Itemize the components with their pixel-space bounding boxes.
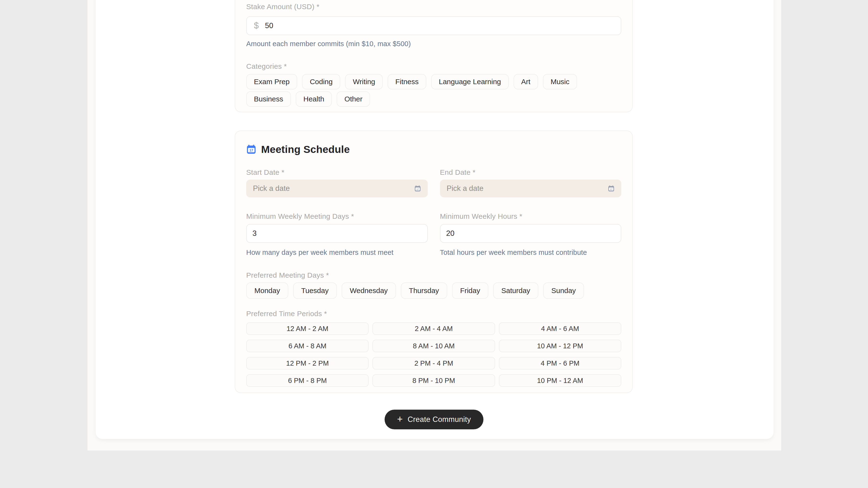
start-date-label: Start Date * <box>246 168 428 177</box>
category-chip-business[interactable]: Business <box>246 91 291 107</box>
day-chip-thursday[interactable]: Thursday <box>401 283 447 299</box>
day-chip-sunday[interactable]: Sunday <box>543 283 584 299</box>
time-period-button[interactable]: 6 PM - 8 PM <box>246 374 369 387</box>
time-period-button[interactable]: 4 AM - 6 AM <box>499 322 621 335</box>
time-period-button[interactable]: 12 PM - 2 PM <box>246 357 369 369</box>
end-date-input[interactable] <box>440 180 622 197</box>
create-community-button[interactable]: + Create Community <box>385 410 484 429</box>
plus-icon: + <box>397 414 403 424</box>
min-weekly-hours-input[interactable] <box>440 224 622 243</box>
preferred-days-label: Preferred Meeting Days * <box>246 271 621 280</box>
category-chip-coding[interactable]: Coding <box>302 74 340 90</box>
categories-label: Categories * <box>246 62 621 71</box>
dollar-icon: $ <box>254 21 259 31</box>
time-period-button[interactable]: 2 AM - 4 AM <box>372 322 495 335</box>
end-date-field[interactable]: 17 <box>440 180 622 197</box>
min-weekly-days-input[interactable] <box>246 224 428 243</box>
meeting-schedule-section: 17 Meeting Schedule Start Date * 17 End … <box>235 131 633 393</box>
preferred-days-row: Monday Tuesday Wednesday Thursday Friday… <box>246 283 621 299</box>
time-period-button[interactable]: 2 PM - 4 PM <box>372 357 495 369</box>
svg-text:17: 17 <box>249 148 253 152</box>
meeting-schedule-heading: 17 Meeting Schedule <box>246 143 621 155</box>
day-chip-friday[interactable]: Friday <box>452 283 488 299</box>
category-chip-row: Exam Prep Coding Writing Fitness Languag… <box>246 74 621 107</box>
page-background: { "colors": { "page_background": "#ebebe… <box>0 0 868 488</box>
min-weekly-days-group: Minimum Weekly Meeting Days * How many d… <box>246 212 428 257</box>
calendar-icon[interactable]: 17 <box>414 185 421 192</box>
time-period-button[interactable]: 12 AM - 2 AM <box>246 322 369 335</box>
category-chip-music[interactable]: Music <box>543 74 577 90</box>
min-weekly-hours-group: Minimum Weekly Hours * Total hours per w… <box>440 212 622 257</box>
time-period-button[interactable]: 4 PM - 6 PM <box>499 357 621 369</box>
category-chip-other[interactable]: Other <box>337 91 370 107</box>
stake-amount-label: Stake Amount (USD) * <box>246 2 621 11</box>
start-date-input[interactable] <box>246 180 428 197</box>
category-chip-language-learning[interactable]: Language Learning <box>431 74 509 90</box>
calendar-icon: 17 <box>246 144 256 154</box>
time-periods-grid: 12 AM - 2 AM 2 AM - 4 AM 4 AM - 6 AM 6 A… <box>246 322 621 387</box>
time-period-button[interactable]: 10 AM - 12 PM <box>499 340 621 352</box>
meeting-schedule-title: Meeting Schedule <box>261 143 350 155</box>
day-chip-wednesday[interactable]: Wednesday <box>342 283 396 299</box>
start-date-group: Start Date * 17 <box>246 168 428 197</box>
category-chip-health[interactable]: Health <box>296 91 332 107</box>
time-period-button[interactable]: 8 AM - 10 AM <box>372 340 495 352</box>
min-weekly-hours-helper: Total hours per week members must contri… <box>440 248 622 257</box>
day-chip-monday[interactable]: Monday <box>246 283 288 299</box>
end-date-label: End Date * <box>440 168 622 177</box>
min-weekly-hours-label: Minimum Weekly Hours * <box>440 212 622 221</box>
min-weekly-days-label: Minimum Weekly Meeting Days * <box>246 212 428 221</box>
category-chip-exam-prep[interactable]: Exam Prep <box>246 74 297 90</box>
stake-amount-helper: Amount each member commits (min $10, max… <box>246 39 621 48</box>
stake-categories-section: Stake Amount (USD) * $ Amount each membe… <box>235 0 633 112</box>
create-community-button-label: Create Community <box>408 415 471 424</box>
time-periods-label: Preferred Time Periods * <box>246 310 621 318</box>
stake-amount-field[interactable]: $ <box>246 17 621 35</box>
min-weekly-days-helper: How many days per week members must meet <box>246 248 428 257</box>
calendar-icon[interactable]: 17 <box>608 185 615 192</box>
end-date-group: End Date * 17 <box>440 168 622 197</box>
day-chip-saturday[interactable]: Saturday <box>493 283 538 299</box>
stake-amount-input[interactable] <box>259 17 621 35</box>
time-period-button[interactable]: 6 AM - 8 AM <box>246 340 369 352</box>
category-chip-writing[interactable]: Writing <box>345 74 383 90</box>
time-period-button[interactable]: 8 PM - 10 PM <box>372 374 495 387</box>
time-period-button[interactable]: 10 PM - 12 AM <box>499 374 621 387</box>
start-date-field[interactable]: 17 <box>246 180 428 197</box>
category-chip-fitness[interactable]: Fitness <box>388 74 426 90</box>
svg-text:17: 17 <box>610 188 612 190</box>
day-chip-tuesday[interactable]: Tuesday <box>293 283 337 299</box>
svg-text:17: 17 <box>416 188 418 190</box>
category-chip-art[interactable]: Art <box>514 74 538 90</box>
